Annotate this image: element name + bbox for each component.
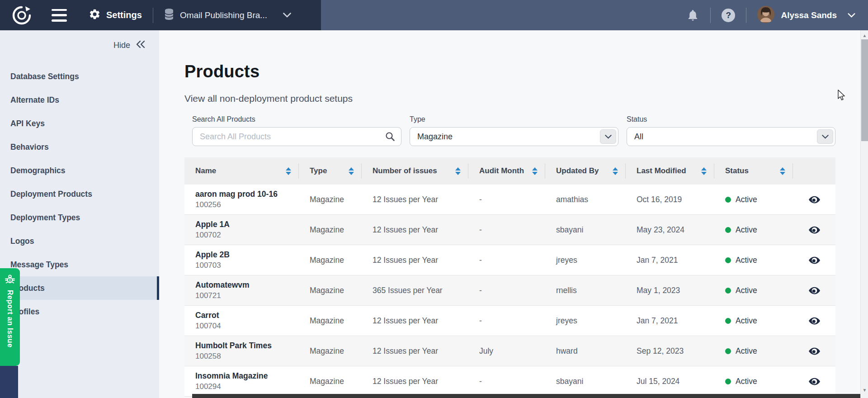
sort-icon bbox=[701, 167, 707, 175]
cell-updated-by: sbayani bbox=[545, 225, 626, 235]
status-value: Active bbox=[736, 225, 757, 235]
scroll-up-arrow[interactable]: ▲ bbox=[861, 32, 868, 39]
column-header-type[interactable]: Type bbox=[299, 163, 362, 179]
cell-updated-by: rnellis bbox=[545, 286, 626, 295]
report-issue-tab[interactable]: Report an Issue bbox=[0, 268, 20, 366]
product-id: 100294 bbox=[195, 382, 299, 391]
view-product-button[interactable] bbox=[808, 284, 821, 297]
view-product-button[interactable] bbox=[808, 315, 821, 327]
help-icon[interactable]: ? bbox=[722, 9, 735, 22]
status-dot bbox=[725, 197, 731, 203]
sidebar-item-logos[interactable]: Logos bbox=[0, 229, 159, 253]
table-row: Automatewvm100721 Magazine 365 Issues pe… bbox=[184, 275, 835, 306]
column-header-updated-by[interactable]: Updated By bbox=[545, 163, 626, 179]
product-name: Insomnia Magazine bbox=[195, 371, 299, 381]
horizontal-scrollbar[interactable] bbox=[192, 394, 868, 398]
topbar-divider bbox=[710, 8, 711, 23]
product-name: Carrot bbox=[195, 311, 299, 320]
status-dot bbox=[725, 318, 731, 324]
table-row: Apple 2B100703 Magazine 12 Issues per Ye… bbox=[184, 245, 835, 275]
topbar-right: ? Alyssa Sands bbox=[321, 0, 868, 30]
sidebar-item-demographics[interactable]: Demographics bbox=[0, 159, 159, 182]
settings-nav[interactable]: Settings bbox=[89, 8, 142, 22]
chevron-down-icon bbox=[817, 129, 833, 144]
view-product-button[interactable] bbox=[808, 194, 821, 206]
sidebar-item-profiles[interactable]: Profiles bbox=[0, 300, 159, 323]
search-label: Search All Products bbox=[192, 115, 401, 123]
status-label: Status bbox=[627, 115, 835, 123]
cell-updated-by: jreyes bbox=[545, 316, 626, 326]
cell-issues: 12 Issues per Year bbox=[362, 225, 468, 235]
table-header: Name Type Number of issues Audit Month bbox=[184, 157, 835, 185]
column-header-last-modified[interactable]: Last Modified bbox=[626, 163, 714, 179]
status-select[interactable]: All bbox=[627, 127, 835, 146]
status-value: Active bbox=[736, 346, 757, 356]
cell-audit-month: - bbox=[468, 286, 545, 295]
app-logo-icon[interactable] bbox=[12, 5, 32, 25]
status-value: Active bbox=[736, 316, 757, 326]
table-row: Carrot100704 Magazine 12 Issues per Year… bbox=[184, 306, 835, 336]
cell-last-modified: Oct 16, 2019 bbox=[626, 195, 714, 204]
cell-type: Magazine bbox=[299, 346, 362, 356]
view-product-button[interactable] bbox=[808, 254, 821, 266]
scroll-down-arrow[interactable]: ▼ bbox=[861, 386, 868, 393]
hamburger-menu-icon[interactable] bbox=[52, 9, 68, 22]
cell-audit-month: - bbox=[468, 316, 545, 326]
status-value: Active bbox=[736, 286, 757, 295]
page-subtitle: View all non-deployment product setups bbox=[184, 93, 868, 104]
sort-icon bbox=[780, 167, 785, 175]
product-id: 100256 bbox=[195, 200, 299, 209]
vertical-scrollbar[interactable]: ▲ ▼ bbox=[860, 30, 868, 398]
cell-last-modified: Jan 7, 2021 bbox=[626, 256, 714, 265]
sidebar-item-products[interactable]: Products bbox=[0, 276, 159, 300]
cell-issues: 12 Issues per Year bbox=[362, 316, 468, 326]
cell-type: Magazine bbox=[299, 195, 362, 204]
sidebar-item-message-types[interactable]: Message Types bbox=[0, 253, 159, 276]
database-icon bbox=[164, 8, 174, 22]
status-value: Active bbox=[736, 256, 757, 265]
sidebar-item-api-keys[interactable]: API Keys bbox=[0, 112, 159, 135]
view-product-button[interactable] bbox=[808, 224, 821, 236]
view-product-button[interactable] bbox=[808, 345, 821, 357]
sidebar-item-deployment-products[interactable]: Deployment Products bbox=[0, 182, 159, 206]
product-name: Apple 1A bbox=[195, 220, 299, 229]
main-content: Products View all non-deployment product… bbox=[159, 30, 868, 398]
status-dot bbox=[725, 227, 731, 233]
status-value: Active bbox=[736, 195, 757, 204]
column-header-number-of-issues[interactable]: Number of issues bbox=[362, 163, 468, 179]
type-select[interactable]: Magazine bbox=[410, 127, 618, 146]
settings-label: Settings bbox=[106, 10, 142, 20]
sidebar-item-alternate-ids[interactable]: Alternate IDs bbox=[0, 88, 159, 112]
sidebar-item-behaviors[interactable]: Behaviors bbox=[0, 135, 159, 159]
product-id: 100721 bbox=[195, 291, 299, 300]
cell-issues: 12 Issues per Year bbox=[362, 377, 468, 386]
type-selected-value: Magazine bbox=[417, 132, 453, 142]
cell-issues: 12 Issues per Year bbox=[362, 195, 468, 204]
cell-audit-month: - bbox=[468, 195, 545, 204]
view-product-button[interactable] bbox=[808, 375, 821, 388]
product-id: 100704 bbox=[195, 322, 299, 331]
search-icon bbox=[385, 132, 395, 143]
column-header-status[interactable]: Status bbox=[714, 163, 793, 179]
scrollbar-thumb[interactable] bbox=[861, 39, 868, 141]
user-menu[interactable]: Alyssa Sands bbox=[757, 6, 855, 25]
sidebar-hide-toggle[interactable]: Hide bbox=[0, 30, 159, 50]
sidebar-item-deployment-types[interactable]: Deployment Types bbox=[0, 206, 159, 229]
column-header-actions bbox=[793, 163, 835, 179]
cell-last-modified: Jan 7, 2021 bbox=[626, 316, 714, 326]
column-header-audit-month[interactable]: Audit Month bbox=[468, 163, 545, 179]
cell-updated-by: amathias bbox=[545, 195, 626, 204]
search-input[interactable] bbox=[192, 127, 401, 146]
sort-icon bbox=[532, 167, 538, 175]
sidebar-item-database-settings[interactable]: Database Settings bbox=[0, 65, 159, 88]
product-name: Automatewvm bbox=[195, 280, 299, 290]
product-name: aaron mag prod 10-16 bbox=[195, 190, 299, 199]
topbar: Settings Omail Publishing Bra... bbox=[0, 0, 868, 30]
cell-last-modified: May 1, 2023 bbox=[626, 286, 714, 295]
column-header-name[interactable]: Name bbox=[184, 163, 299, 179]
product-id: 100703 bbox=[195, 261, 299, 270]
table-body: aaron mag prod 10-16100256 Magazine 12 I… bbox=[184, 185, 835, 397]
database-selector[interactable]: Omail Publishing Bra... bbox=[164, 8, 291, 22]
notifications-bell-icon[interactable] bbox=[686, 9, 699, 22]
cell-type: Magazine bbox=[299, 377, 362, 386]
